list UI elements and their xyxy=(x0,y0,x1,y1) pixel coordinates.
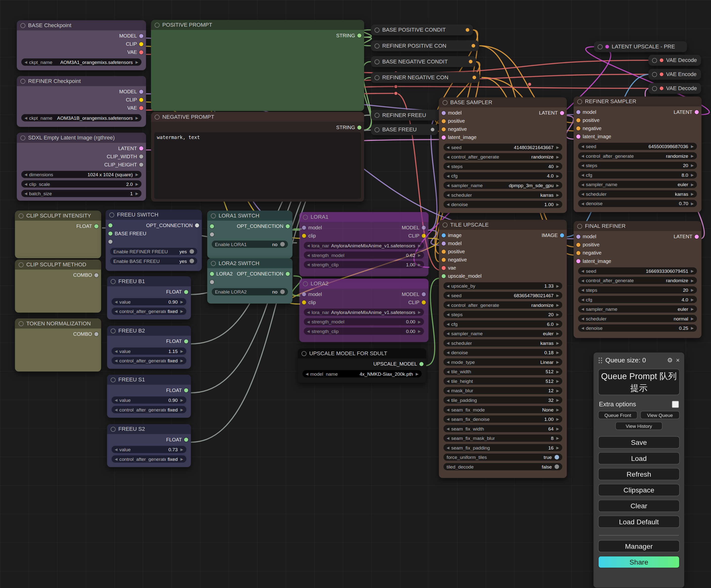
input-dot[interactable] xyxy=(442,257,446,262)
widget-strength-model[interactable]: ◀strength_model0.62▶ xyxy=(304,252,424,259)
collapse-toggle-icon[interactable] xyxy=(155,114,159,119)
decrement-arrow[interactable]: ◀ xyxy=(581,144,584,149)
decrement-arrow[interactable]: ◀ xyxy=(447,332,449,336)
decrement-arrow[interactable]: ◀ xyxy=(447,155,449,159)
output-dot[interactable] xyxy=(422,300,426,304)
clear-button[interactable]: Clear xyxy=(598,500,680,512)
node-clip-sculpt-method[interactable]: CLIP SCULPT METHODCOMBO xyxy=(15,260,101,313)
decrement-arrow[interactable]: ◀ xyxy=(307,244,310,248)
collapse-toggle-icon[interactable] xyxy=(211,261,216,266)
output-dot[interactable] xyxy=(139,154,143,158)
collapsed-input-dot[interactable] xyxy=(605,45,609,49)
decrement-arrow[interactable]: ◀ xyxy=(581,182,584,187)
increment-arrow[interactable]: ▶ xyxy=(556,408,559,412)
input-dot[interactable] xyxy=(442,135,446,139)
increment-arrow[interactable]: ▶ xyxy=(556,417,559,421)
decrement-arrow[interactable]: ◀ xyxy=(447,379,449,383)
node-header[interactable]: FREEU B1 xyxy=(107,276,191,286)
increment-arrow[interactable]: ▶ xyxy=(556,446,559,450)
node-lora2-switch[interactable]: LORA2 SWITCHLORA2OPT_CONNECTIONEnable LO… xyxy=(207,258,293,303)
decrement-arrow[interactable]: ◀ xyxy=(581,192,584,196)
increment-arrow[interactable]: ▶ xyxy=(135,172,138,177)
output-dot[interactable] xyxy=(419,362,424,366)
collapse-toggle-icon[interactable] xyxy=(21,78,25,84)
node-base-negative-condit[interactable]: BASE NEGATIVE CONDIT xyxy=(371,56,476,67)
widget-control-after-generate[interactable]: ◀control_after_generaterandomize▶ xyxy=(578,152,697,159)
node-base-checkpoint[interactable]: BASE CheckpointMODELCLIPVAE◀ckpt_nameAOM… xyxy=(17,21,146,70)
increment-arrow[interactable]: ▶ xyxy=(691,278,694,282)
increment-arrow[interactable]: ▶ xyxy=(556,145,559,149)
output-dot[interactable] xyxy=(139,89,143,94)
output-dot[interactable] xyxy=(94,273,99,277)
widget-control-after-generate[interactable]: ◀control_after_generatefixed▶ xyxy=(112,406,187,413)
widget-lora-name[interactable]: ◀lora_nameAnyloraAnimeMixAnime_v1.safete… xyxy=(304,242,424,249)
widget-steps[interactable]: ◀steps20▶ xyxy=(578,286,697,294)
input-dot[interactable] xyxy=(576,110,581,114)
input-dot[interactable] xyxy=(576,126,581,130)
input-dot[interactable] xyxy=(442,127,446,131)
decrement-arrow[interactable]: ◀ xyxy=(447,284,449,288)
node-vae-encode[interactable]: VAE Encode xyxy=(648,69,701,80)
node-positive-prompt[interactable]: POSITIVE PROMPTSTRING xyxy=(151,20,364,111)
collapsed-input-dot[interactable] xyxy=(660,87,664,90)
input-dot[interactable] xyxy=(210,272,214,276)
node-final-refiner[interactable]: FINAL REFINERmodelLATENTpositivenegative… xyxy=(574,221,702,338)
decrement-arrow[interactable]: ◀ xyxy=(447,303,449,307)
output-dot[interactable] xyxy=(184,290,188,294)
decrement-arrow[interactable]: ◀ xyxy=(24,191,27,196)
input-dot[interactable] xyxy=(442,119,446,123)
collapse-toggle-icon[interactable] xyxy=(19,213,23,218)
output-slot[interactable]: MODEL xyxy=(119,89,143,94)
increment-arrow[interactable]: ▶ xyxy=(556,293,559,297)
decrement-arrow[interactable]: ◀ xyxy=(447,193,449,197)
widget-enable-lora1[interactable]: Enable LORA1no xyxy=(212,241,288,248)
widget-dimensions[interactable]: ◀dimensions1024 x 1024 (square)▶ xyxy=(21,171,141,178)
input-slot[interactable]: model xyxy=(576,234,596,239)
input-slot[interactable]: BASE FREEU xyxy=(108,230,147,236)
increment-arrow[interactable]: ▶ xyxy=(556,436,559,440)
widget-control-after-generate[interactable]: ◀control_after_generatefixed▶ xyxy=(112,308,187,315)
output-dot[interactable] xyxy=(422,233,426,238)
input-dot[interactable] xyxy=(108,240,113,244)
output-dot[interactable] xyxy=(560,111,564,115)
node-header[interactable]: FREEU SWITCH xyxy=(106,210,202,220)
decrement-arrow[interactable]: ◀ xyxy=(581,154,584,158)
widget-sampler-name[interactable]: ◀sampler_nameeuler▶ xyxy=(444,330,562,337)
increment-arrow[interactable]: ▶ xyxy=(418,253,421,257)
decrement-arrow[interactable]: ◀ xyxy=(447,183,449,187)
node-lora1[interactable]: LORA1modelMODELclipCLIP◀lora_nameAnylora… xyxy=(299,212,428,276)
node-header[interactable]: VAE Decode xyxy=(648,83,701,94)
widget-batch-size[interactable]: ◀batch_size1▶ xyxy=(21,190,141,197)
widget-ckpt-name[interactable]: ◀ckpt_nameAOM3A1B_orangemixs.safetensors… xyxy=(21,114,141,121)
input-slot[interactable]: model xyxy=(302,291,322,297)
prompt-textarea[interactable] xyxy=(154,40,361,108)
widget-tile-width[interactable]: ◀tile_width512▶ xyxy=(444,368,562,375)
collapse-toggle-icon[interactable] xyxy=(374,75,380,80)
collapsed-output-dot[interactable] xyxy=(469,60,473,64)
widget-value[interactable]: ◀value0.90▶ xyxy=(112,397,187,404)
node-header[interactable]: VAE Encode xyxy=(648,69,701,80)
output-slot[interactable]: LATENT xyxy=(674,109,699,115)
increment-arrow[interactable]: ▶ xyxy=(691,288,694,292)
collapsed-input-dot[interactable] xyxy=(660,73,664,76)
node-negative-prompt[interactable]: NEGATIVE PROMPTSTRINGwatermark, text xyxy=(151,112,364,201)
node-freeu-b2[interactable]: FREEU B2FLOAT◀value1.15▶◀control_after_g… xyxy=(107,326,191,369)
collapsed-output-dot[interactable] xyxy=(466,28,469,32)
decrement-arrow[interactable]: ◀ xyxy=(115,447,117,452)
increment-arrow[interactable]: ▶ xyxy=(180,408,183,412)
decrement-arrow[interactable]: ◀ xyxy=(581,201,584,206)
input-dot[interactable] xyxy=(108,231,113,235)
node-refiner-freeu[interactable]: REFINER FREEU xyxy=(371,110,447,120)
increment-arrow[interactable]: ▶ xyxy=(135,60,138,64)
increment-arrow[interactable]: ▶ xyxy=(556,322,559,326)
widget-enable-base-freeu[interactable]: Enable BASE FREEUyes xyxy=(110,257,197,265)
output-dot[interactable] xyxy=(286,224,290,228)
increment-arrow[interactable]: ▶ xyxy=(418,329,421,333)
node-refiner-sampler[interactable]: REFINER SAMPLERmodelLATENTpositivenegati… xyxy=(574,96,702,212)
widget-denoise[interactable]: ◀denoise0.18▶ xyxy=(444,349,562,356)
increment-arrow[interactable]: ▶ xyxy=(135,116,138,120)
increment-arrow[interactable]: ▶ xyxy=(691,326,694,330)
node-refiner-positive-con[interactable]: REFINER POSITIVE CON xyxy=(371,40,479,51)
output-slot[interactable]: FLOAT xyxy=(166,338,188,344)
load-default-button[interactable]: Load Default xyxy=(598,516,680,528)
